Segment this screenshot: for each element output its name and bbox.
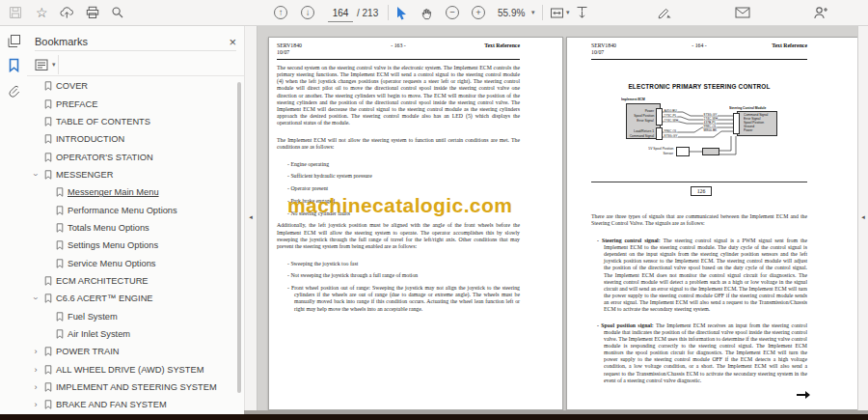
next-page-button[interactable]: ↓ xyxy=(301,4,314,21)
bookmark-icon xyxy=(44,365,52,375)
bookmark-item-operators-station[interactable]: › OPERATOR'S STATION xyxy=(27,148,234,165)
fill-sign-icon[interactable] xyxy=(658,4,672,21)
print-icon[interactable] xyxy=(86,4,99,21)
expand-right-panel-icon[interactable]: ◂ xyxy=(861,213,865,221)
zoom-in-button[interactable]: + xyxy=(472,4,485,21)
bookmark-icon xyxy=(56,206,64,215)
bookmark-icon xyxy=(44,81,52,91)
ecm-connector xyxy=(656,108,663,126)
bookmark-icon xyxy=(44,99,52,109)
bookmarks-panel-icon[interactable] xyxy=(6,57,22,73)
hand-tool-icon[interactable] xyxy=(420,4,433,21)
chevron-right-icon[interactable]: › xyxy=(31,400,41,409)
bookmark-icon xyxy=(56,329,64,339)
bookmark-item-ecm-architecture[interactable]: › ECM ARCHITECTURE xyxy=(27,272,234,290)
bullet-text: The Implement ECM receives an input from… xyxy=(604,322,807,383)
wire-label: 873G-GY xyxy=(703,113,718,116)
bookmark-item-fuel-system[interactable]: › Fuel System xyxy=(27,307,234,324)
figure-title: ELECTRONIC PRIMARY STEERING CONTROL xyxy=(591,83,807,90)
bookmark-item-messenger-main-menu[interactable]: › Messenger Main Menu xyxy=(27,183,234,201)
wire-label: 437B-PL xyxy=(703,121,717,124)
previous-page-button[interactable]: ↑ xyxy=(274,4,287,21)
header-rule xyxy=(277,59,520,60)
zoom-out-button[interactable]: − xyxy=(446,4,459,21)
bookmark-options-button[interactable]: ▾ xyxy=(35,56,56,73)
fit-page-icon[interactable] xyxy=(550,4,564,21)
page-header: SERV1840 10/07 - 164 - Text Reference xyxy=(591,42,807,55)
doc-date: 10/07 xyxy=(277,49,289,55)
bookmark-item-messenger[interactable]: › MESSENGER xyxy=(27,166,234,183)
next-section-arrow-icon xyxy=(797,391,810,399)
share-person-icon[interactable] xyxy=(813,4,828,21)
bookmark-icon xyxy=(56,240,64,250)
bookmark-item-cover[interactable]: › COVER xyxy=(27,77,234,95)
wire-label: 998C-OL xyxy=(703,125,717,127)
bookmark-item-implement-and-steering-system[interactable]: › IMPLEMENT AND STEERING SYSTEM xyxy=(27,378,234,396)
signal-bullet: - Spool position signal: The Implement E… xyxy=(597,322,807,384)
chevron-down-icon[interactable]: › xyxy=(31,170,41,180)
zoom-level-value[interactable]: 55.9% xyxy=(498,4,525,21)
paragraph: Additionally, the left joystick position… xyxy=(277,222,520,250)
bookmark-item-table-of-contents[interactable]: › TABLE OF CONTENTS xyxy=(27,113,234,130)
bookmarks-scrollbar[interactable] xyxy=(237,82,241,393)
panel-header-divider xyxy=(35,50,236,51)
tools-panel-collapsed[interactable]: ◂ xyxy=(857,25,868,420)
sensor-label: 5V Spool Position xyxy=(648,147,673,150)
bookmark-icon xyxy=(56,187,64,197)
search-icon[interactable] xyxy=(111,4,124,21)
cloud-upload-icon[interactable] xyxy=(60,4,74,21)
condition-item: - Engine operating xyxy=(287,161,520,168)
bookmark-icon xyxy=(44,400,52,409)
bookmark-icon xyxy=(44,134,52,144)
page-scrolling-icon[interactable] xyxy=(575,4,589,21)
chevron-right-icon[interactable]: › xyxy=(31,365,41,375)
bookmark-item-all-wheel-drive-system[interactable]: › ALL WHEEL DRIVE (AWD) SYSTEM xyxy=(27,361,234,378)
options-caret-icon: ▾ xyxy=(52,61,56,69)
bookmark-item-preface[interactable]: › PREFACE xyxy=(27,95,234,112)
attachments-icon[interactable] xyxy=(6,83,22,99)
page-thumbnails-icon[interactable] xyxy=(6,33,22,49)
bookmark-item-c66-acert-engine[interactable]: › C6.6 ACERT™ ENGINE xyxy=(27,290,234,307)
paragraph: There are three types of signals that ar… xyxy=(591,213,807,227)
bookmark-icon xyxy=(44,170,52,180)
save-icon[interactable] xyxy=(9,4,22,21)
ecm-pin-label: Load/Return 1 xyxy=(634,129,654,132)
figure-rule xyxy=(591,182,807,182)
email-icon[interactable] xyxy=(735,4,750,21)
wire-label: 996C-OL xyxy=(664,129,677,132)
watermark-text: machinecatalogic.com xyxy=(287,194,548,217)
ecm-connector xyxy=(656,127,663,140)
bookmark-item-totals-menu-options[interactable]: › Totals Menu Options xyxy=(27,219,234,237)
page-number-label: - 164 - xyxy=(591,42,807,49)
taskbar-edge xyxy=(0,414,868,420)
star-icon[interactable]: ☆ xyxy=(36,4,48,21)
panel-divider[interactable]: ◂ xyxy=(244,25,258,420)
sensor-label: Sensor xyxy=(664,152,673,154)
document-viewport[interactable]: SERV1840 10/07 - 163 - Text Reference Th… xyxy=(256,25,858,420)
page-number-input[interactable]: 164 xyxy=(328,4,353,22)
bookmark-item-introduction[interactable]: › INTRODUCTION xyxy=(27,130,234,148)
paragraph: The second system on the steering contro… xyxy=(277,65,520,126)
bookmark-icon xyxy=(44,382,52,392)
ecm-pin-label: Error Signal xyxy=(637,119,654,122)
chevron-right-icon[interactable]: › xyxy=(31,382,41,392)
pdf-page-164: SERV1840 10/07 - 164 - Text Reference EL… xyxy=(566,37,861,410)
bookmark-item-power-train[interactable]: › POWER TRAIN xyxy=(27,343,234,360)
bookmark-item-service-menu-options[interactable]: › Service Menu Options xyxy=(27,254,234,271)
collapse-left-panel-icon[interactable]: ◂ xyxy=(249,213,253,221)
chevron-right-icon[interactable]: › xyxy=(31,347,41,356)
close-panel-icon[interactable]: × xyxy=(229,35,236,49)
page-count-label: / 213 xyxy=(357,4,378,21)
condition-item: - Front wheel position out of range: Swe… xyxy=(287,285,520,313)
bookmark-item-air-inlet-system[interactable]: › Air Inlet System xyxy=(27,325,234,343)
bookmark-item-settings-menu-options[interactable]: › Settings Menu Options xyxy=(27,237,234,254)
bookmark-item-brake-and-fan-system[interactable]: › BRAKE AND FAN SYSTEM xyxy=(27,396,234,413)
bookmark-item-performance-menu-options[interactable]: › Performance Menu Options xyxy=(27,201,234,218)
bookmark-icon xyxy=(44,294,52,303)
condition-item: - Sweeping the joystick too fast xyxy=(287,261,520,267)
zoom-dropdown-caret[interactable]: ▾ xyxy=(531,4,535,21)
select-tool-icon[interactable] xyxy=(395,4,408,21)
pdf-page-163: SERV1840 10/07 - 163 - Text Reference Th… xyxy=(268,37,563,410)
fit-dropdown-caret[interactable]: ▾ xyxy=(566,4,570,21)
chevron-down-icon[interactable]: › xyxy=(31,294,41,303)
